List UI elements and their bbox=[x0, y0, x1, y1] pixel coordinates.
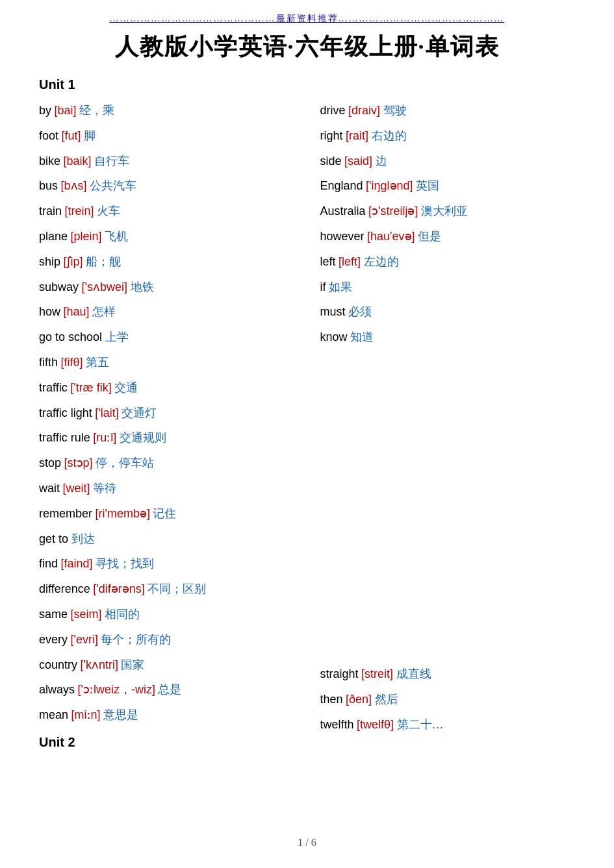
word-english: go to school bbox=[39, 330, 102, 343]
word-english: remember bbox=[39, 507, 92, 520]
word-english: traffic rule bbox=[39, 431, 90, 444]
word-chinese: 成直线 bbox=[396, 667, 431, 680]
word-phonetic: [rait] bbox=[346, 129, 368, 142]
word-chinese: 公共汽车 bbox=[90, 179, 136, 192]
list-item: must 必须 bbox=[320, 303, 576, 321]
word-chinese: 澳大利亚 bbox=[421, 205, 468, 217]
word-english: always bbox=[39, 683, 75, 696]
word-chinese: 左边的 bbox=[364, 255, 399, 268]
list-item: traffic rule [ruːl] 交通规则 bbox=[39, 428, 294, 447]
word-phonetic: ['træ fik] bbox=[70, 381, 111, 394]
list-item: remember [ri'membə] 记住 bbox=[39, 504, 294, 523]
word-phonetic: [fut] bbox=[62, 129, 81, 142]
list-item: stop [stɔp] 停，停车站 bbox=[39, 454, 294, 473]
word-english: find bbox=[39, 557, 58, 570]
list-item: right [rait] 右边的 bbox=[320, 127, 576, 145]
word-phonetic: [seim] bbox=[71, 608, 102, 621]
list-item: every ['evri] 每个；所有的 bbox=[39, 630, 294, 649]
word-chinese: 总是 bbox=[158, 683, 181, 696]
word-chinese: 国家 bbox=[121, 658, 144, 671]
word-phonetic: [weit] bbox=[63, 482, 90, 495]
word-english: foot bbox=[39, 129, 58, 142]
word-chinese: 记住 bbox=[153, 507, 176, 520]
word-english: stop bbox=[39, 456, 61, 469]
list-item: wait [weit] 等待 bbox=[39, 479, 294, 498]
word-chinese: 交通规则 bbox=[120, 431, 166, 444]
unit2-label: Unit 2 bbox=[39, 735, 294, 750]
word-english: side bbox=[320, 155, 342, 167]
word-english: bus bbox=[39, 179, 58, 192]
top-link[interactable]: …………………………………………最新资料推荐………………………………………… bbox=[39, 13, 575, 25]
word-phonetic: [plein] bbox=[71, 230, 102, 243]
word-chinese: 交通 bbox=[114, 381, 138, 394]
word-phonetic: [hau] bbox=[64, 305, 90, 318]
list-item: by [bai] 经，乘 bbox=[39, 101, 294, 120]
word-english: ship bbox=[39, 255, 60, 268]
word-phonetic: ['lait] bbox=[95, 406, 118, 419]
list-item: bike [baik] 自行车 bbox=[39, 152, 294, 171]
word-chinese: 飞机 bbox=[105, 230, 128, 243]
word-chinese: 如果 bbox=[329, 280, 352, 293]
word-chinese: 相同的 bbox=[105, 608, 140, 621]
list-item: train [trein] 火车 bbox=[39, 202, 294, 221]
word-phonetic: [baik] bbox=[64, 155, 92, 167]
word-english: however bbox=[320, 230, 365, 243]
word-phonetic: [hau'evə] bbox=[367, 230, 415, 243]
word-phonetic: [ðen] bbox=[346, 693, 372, 706]
word-phonetic: [left] bbox=[339, 255, 361, 268]
list-item: go to school 上学 bbox=[39, 328, 294, 347]
list-item: twelfth [twelfθ] 第二十… bbox=[320, 715, 576, 734]
word-english: know bbox=[320, 330, 348, 343]
word-english: get to bbox=[39, 532, 68, 545]
word-english: how bbox=[39, 305, 60, 318]
word-english: drive bbox=[320, 104, 346, 117]
word-chinese: 火车 bbox=[97, 205, 120, 217]
word-chinese: 脚 bbox=[84, 129, 96, 142]
page: …………………………………………最新资料推荐………………………………………… 人… bbox=[0, 0, 614, 868]
list-item: ship [ʃip] 船；舰 bbox=[39, 253, 294, 271]
word-english: left bbox=[320, 255, 336, 268]
word-english: twelfth bbox=[320, 718, 354, 731]
word-english: England bbox=[320, 179, 363, 192]
list-item: mean [miːn] 意思是 bbox=[39, 706, 294, 725]
unit1-columns: by [bai] 经，乘 foot [fut] 脚 bike [baik] 自行… bbox=[39, 101, 575, 759]
word-chinese: 知道 bbox=[350, 330, 374, 343]
word-phonetic: [twelfθ] bbox=[357, 718, 394, 731]
word-english: if bbox=[320, 280, 326, 293]
word-english: right bbox=[320, 129, 343, 142]
word-phonetic: [ʃip] bbox=[64, 255, 83, 268]
list-item: if 如果 bbox=[320, 278, 576, 297]
list-item: plane [plein] 飞机 bbox=[39, 227, 294, 246]
word-chinese: 到达 bbox=[71, 532, 95, 545]
list-item: side [said] 边 bbox=[320, 152, 576, 171]
word-chinese: 怎样 bbox=[92, 305, 116, 318]
word-chinese: 寻找；找到 bbox=[96, 557, 154, 570]
word-phonetic: [ɔ'streiljə] bbox=[368, 205, 418, 217]
list-item: always ['ɔːlweiz，-wiz] 总是 bbox=[39, 680, 294, 699]
word-phonetic: ['iŋglənd] bbox=[366, 179, 413, 192]
word-chinese: 上学 bbox=[105, 330, 129, 343]
word-chinese: 右边的 bbox=[372, 129, 407, 142]
list-item: straight [streit] 成直线 bbox=[320, 665, 576, 684]
word-phonetic: ['ɔːlweiz，-wiz] bbox=[78, 683, 155, 696]
list-item: then [ðen] 然后 bbox=[320, 690, 576, 709]
list-item: drive [draiv] 驾驶 bbox=[320, 101, 576, 120]
word-chinese: 交通灯 bbox=[122, 406, 157, 419]
word-chinese: 等待 bbox=[93, 482, 116, 495]
word-english: traffic bbox=[39, 381, 68, 394]
word-english: difference bbox=[39, 582, 90, 595]
word-english: bike bbox=[39, 155, 60, 167]
list-item: foot [fut] 脚 bbox=[39, 127, 294, 145]
list-item: same [seim] 相同的 bbox=[39, 605, 294, 624]
list-item: bus [bʌs] 公共汽车 bbox=[39, 177, 294, 195]
list-item: fifth [fifθ] 第五 bbox=[39, 353, 294, 372]
list-item: get to 到达 bbox=[39, 530, 294, 549]
word-english: subway bbox=[39, 280, 79, 293]
word-english: wait bbox=[39, 482, 60, 495]
word-phonetic: [streit] bbox=[361, 667, 393, 680]
word-chinese: 经，乘 bbox=[79, 104, 114, 117]
word-chinese: 地铁 bbox=[131, 280, 154, 293]
word-english: same bbox=[39, 608, 68, 621]
word-phonetic: [said] bbox=[344, 155, 372, 167]
word-phonetic: [draiv] bbox=[348, 104, 380, 117]
